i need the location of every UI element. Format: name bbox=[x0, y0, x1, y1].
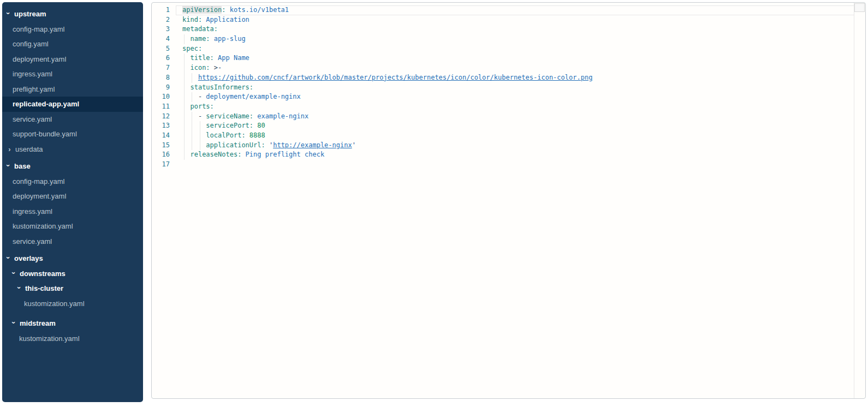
code-token: example-nginx bbox=[257, 112, 308, 120]
line-number: 12 bbox=[152, 112, 176, 122]
tree-file-replicated-app.yaml[interactable]: replicated-app.yaml bbox=[2, 97, 143, 112]
tree-item-label: overlays bbox=[14, 254, 43, 262]
indent-guide bbox=[200, 131, 200, 141]
line-number: 11 bbox=[152, 102, 176, 112]
code-link[interactable]: https://github.com/cncf/artwork/blob/mas… bbox=[198, 74, 592, 81]
code-line[interactable]: 14 localPort: 8888 bbox=[152, 131, 865, 141]
code-token: icon: bbox=[190, 64, 213, 71]
code-content: releaseNotes: Ping preflight check bbox=[176, 150, 865, 160]
indent-guide bbox=[184, 83, 185, 93]
tree-folder-midstream[interactable]: ›midstream bbox=[2, 316, 143, 331]
indent-guide bbox=[184, 131, 185, 141]
tree-item-label: service.yaml bbox=[13, 115, 52, 123]
tree-folder-userdata[interactable]: ›userdata bbox=[2, 142, 143, 157]
chevron-down-icon: › bbox=[10, 271, 17, 275]
code-editor[interactable]: 1apiVersion: kots.io/v1beta12kind: Appli… bbox=[151, 2, 866, 399]
line-number: 8 bbox=[152, 73, 176, 83]
code-line[interactable]: 12 - serviceName: example-nginx bbox=[152, 112, 865, 122]
tree-item-label: upstream bbox=[14, 10, 46, 18]
tree-item-label: config-map.yaml bbox=[13, 25, 64, 33]
code-content: - serviceName: example-nginx bbox=[176, 112, 865, 122]
indent-guide bbox=[192, 131, 192, 141]
code-token: statusInformers: bbox=[190, 83, 253, 91]
code-token: - bbox=[198, 112, 206, 120]
code-token: 80 bbox=[257, 122, 265, 129]
indent-guide bbox=[192, 92, 192, 102]
tree-file-kustomization.yaml[interactable]: kustomization.yaml bbox=[2, 296, 143, 312]
code-content: icon: >- bbox=[176, 63, 865, 73]
code-token bbox=[182, 74, 198, 81]
tree-item-label: deployment.yaml bbox=[13, 192, 66, 200]
tree-item-label: this-cluster bbox=[25, 284, 63, 292]
tree-file-service.yaml[interactable]: service.yaml bbox=[2, 234, 143, 249]
indent-guide bbox=[184, 34, 185, 44]
code-line[interactable]: 17 bbox=[152, 160, 865, 170]
line-number: 1 bbox=[152, 5, 176, 15]
tree-folder-base[interactable]: ›base bbox=[2, 159, 143, 174]
code-token: localPort: bbox=[206, 131, 249, 139]
code-content: spec: bbox=[176, 44, 865, 54]
code-token: servicePort: bbox=[206, 122, 257, 129]
line-number: 6 bbox=[152, 53, 176, 63]
indent-guide bbox=[184, 63, 185, 73]
code-token: >- bbox=[214, 64, 222, 71]
scrollbar-track bbox=[854, 3, 854, 398]
code-line[interactable]: 5spec: bbox=[152, 44, 865, 54]
line-number: 7 bbox=[152, 63, 176, 73]
tree-item-label: base bbox=[14, 162, 31, 170]
tree-file-kustomization.yaml[interactable]: kustomization.yaml bbox=[2, 219, 143, 234]
code-content: metadata: bbox=[176, 25, 865, 34]
code-token bbox=[182, 131, 206, 139]
code-token: app-slug bbox=[214, 35, 246, 43]
chevron-down-icon: › bbox=[5, 11, 12, 15]
code-line[interactable]: 4 name: app-slug bbox=[152, 34, 865, 44]
tree-item-label: midstream bbox=[20, 319, 56, 327]
tree-file-preflight.yaml[interactable]: preflight.yaml bbox=[2, 82, 143, 97]
code-content bbox=[176, 160, 865, 170]
code-line[interactable]: 2kind: Application bbox=[152, 15, 865, 25]
scrollbar-thumb[interactable] bbox=[854, 3, 865, 12]
tree-file-ingress.yaml[interactable]: ingress.yaml bbox=[2, 67, 143, 82]
indent-guide bbox=[192, 73, 192, 83]
tree-folder-downstreams[interactable]: ›downstreams bbox=[2, 266, 143, 282]
code-line[interactable]: 9 statusInformers: bbox=[152, 83, 865, 93]
code-line[interactable]: 7 icon: >- bbox=[152, 63, 865, 73]
tree-file-ingress.yaml[interactable]: ingress.yaml bbox=[2, 204, 143, 219]
code-lines: 1apiVersion: kots.io/v1beta12kind: Appli… bbox=[152, 5, 865, 170]
code-token: - bbox=[198, 93, 206, 100]
code-line[interactable]: 1apiVersion: kots.io/v1beta1 bbox=[152, 5, 865, 15]
code-line[interactable]: 10 - deployment/example-nginx bbox=[152, 92, 865, 102]
tree-file-deployment.yaml[interactable]: deployment.yaml bbox=[2, 189, 143, 204]
tree-file-support-bundle.yaml[interactable]: support-bundle.yaml bbox=[2, 127, 143, 142]
code-line[interactable]: 8 https://github.com/cncf/artwork/blob/m… bbox=[152, 73, 865, 83]
code-token: : bbox=[222, 6, 229, 14]
line-number: 5 bbox=[152, 44, 176, 54]
code-link[interactable]: http://example-nginx bbox=[273, 141, 352, 149]
code-token bbox=[182, 141, 206, 149]
tree-file-config.yaml[interactable]: config.yaml bbox=[2, 37, 143, 52]
code-content: title: App Name bbox=[176, 53, 865, 63]
code-line[interactable]: 6 title: App Name bbox=[152, 53, 865, 63]
code-line[interactable]: 16 releaseNotes: Ping preflight check bbox=[152, 150, 865, 160]
tree-file-config-map.yaml[interactable]: config-map.yaml bbox=[2, 174, 143, 189]
tree-file-service.yaml[interactable]: service.yaml bbox=[2, 112, 143, 127]
tree-folder-upstream[interactable]: ›upstream bbox=[2, 7, 143, 22]
line-number: 16 bbox=[152, 150, 176, 160]
code-content: statusInformers: bbox=[176, 83, 865, 93]
tree-file-config-map.yaml[interactable]: config-map.yaml bbox=[2, 22, 143, 37]
chevron-down-icon: › bbox=[5, 256, 12, 260]
tree-file-deployment.yaml[interactable]: deployment.yaml bbox=[2, 52, 143, 67]
code-content: localPort: 8888 bbox=[176, 131, 865, 141]
tree-folder-overlays[interactable]: ›overlays bbox=[2, 251, 143, 266]
indent-guide bbox=[184, 121, 185, 131]
code-line[interactable]: 15 applicationUrl: 'http://example-nginx… bbox=[152, 141, 865, 151]
indent-guide bbox=[184, 102, 185, 112]
code-line[interactable]: 11 ports: bbox=[152, 102, 865, 112]
code-line[interactable]: 3metadata: bbox=[152, 25, 865, 34]
code-line[interactable]: 13 servicePort: 80 bbox=[152, 121, 865, 131]
tree-file-kustomization.yaml[interactable]: kustomization.yaml bbox=[2, 331, 143, 346]
code-token: name: bbox=[190, 35, 213, 43]
code-token: ports: bbox=[190, 103, 213, 110]
tree-folder-this-cluster[interactable]: ›this-cluster bbox=[2, 281, 143, 296]
code-content: - deployment/example-nginx bbox=[176, 92, 865, 102]
